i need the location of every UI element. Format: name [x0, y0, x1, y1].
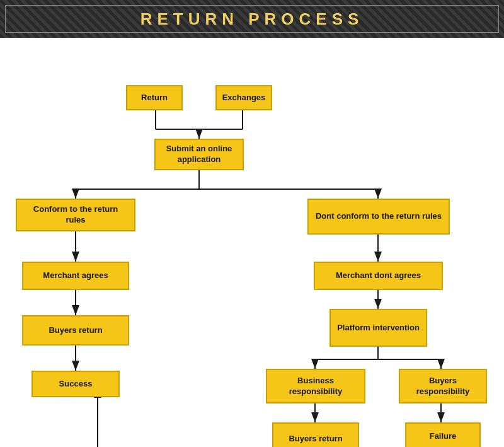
page: RETURN PROCESS: [0, 0, 504, 447]
buyers-return-right-node: Buyers return: [272, 422, 359, 447]
merchant-dont-node: Merchant dont agrees: [314, 262, 443, 290]
success-node: Success: [32, 371, 120, 397]
merchant-agrees-node: Merchant agrees: [22, 262, 129, 290]
exchanges-node: Exchanges: [215, 85, 272, 110]
business-resp-node: Business responsibility: [266, 369, 365, 403]
conform-node: Conform to the return rules: [16, 199, 135, 231]
return-node: Return: [126, 85, 183, 110]
submit-node: Submit an online application: [154, 139, 244, 170]
failure-node: Failure: [405, 422, 481, 447]
buyers-resp-node: Buyers responsibility: [399, 369, 487, 403]
dont-conform-node: Dont conform to the return rules: [307, 199, 450, 235]
flowchart: Return Exchanges Submit an online applic…: [0, 38, 504, 447]
header: RETURN PROCESS: [0, 0, 504, 38]
buyers-return-left-node: Buyers return: [22, 315, 129, 345]
page-title: RETURN PROCESS: [140, 9, 364, 29]
platform-node: Platform intervention: [329, 309, 427, 347]
